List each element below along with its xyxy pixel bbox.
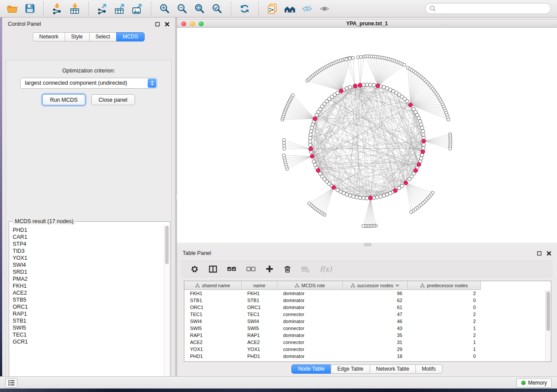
table-row[interactable]: RAP1RAP1dominator352 <box>184 332 551 339</box>
cell[interactable]: STB1 <box>184 298 242 303</box>
search-input[interactable] <box>438 6 547 12</box>
table-row[interactable]: SWI5SWI5connector431 <box>184 325 551 332</box>
cell[interactable]: 1 <box>408 340 481 345</box>
first-neighbors-button[interactable] <box>282 1 298 16</box>
mcds-result-item[interactable]: SWI4 <box>13 261 164 268</box>
cell[interactable]: 29 <box>343 347 408 352</box>
table-row[interactable]: FKH1FKH1dominator962 <box>184 290 551 297</box>
tab-select[interactable]: Select <box>89 32 117 41</box>
cell[interactable]: connector <box>277 340 343 345</box>
settings-gear-icon[interactable] <box>190 265 199 273</box>
mcds-result-item[interactable]: GCR1 <box>13 338 164 345</box>
tab-network-table[interactable]: Network Table <box>370 364 416 374</box>
close-panel-icon[interactable] <box>165 22 170 27</box>
mcds-result-item[interactable]: STP4 <box>13 241 164 248</box>
cell[interactable]: ORC1 <box>184 305 242 310</box>
cell[interactable]: 2 <box>408 333 481 338</box>
cell[interactable]: SWI5 <box>184 326 242 331</box>
cell[interactable]: 46 <box>343 319 408 324</box>
cell[interactable]: YOX1 <box>184 347 242 352</box>
column-header-shared-name[interactable]: shared name <box>184 281 242 290</box>
cell[interactable]: dominator <box>277 333 343 338</box>
table-row[interactable]: ORC1ORC1dominator610 <box>184 304 551 311</box>
horizontal-splitter[interactable] <box>177 243 557 247</box>
scrollbar-thumb[interactable] <box>547 292 550 331</box>
tab-motifs[interactable]: Motifs <box>415 364 443 374</box>
show-all-button[interactable] <box>317 1 332 16</box>
cell[interactable]: 2 <box>408 319 481 324</box>
criterion-select[interactable]: largest connected component (undirected) <box>20 78 157 89</box>
cell[interactable]: ACE2 <box>184 340 242 345</box>
refresh-button[interactable] <box>237 1 253 16</box>
cell[interactable]: dominator <box>277 354 343 359</box>
cell[interactable]: 31 <box>343 340 408 345</box>
mcds-list-scrollbar[interactable] <box>164 225 170 382</box>
cell[interactable]: PHD1 <box>242 354 277 359</box>
table-row[interactable]: PHD1PHD1dominator180 <box>184 353 551 360</box>
cell[interactable]: 1 <box>408 326 481 331</box>
cell[interactable]: 96 <box>343 291 408 296</box>
cell[interactable]: ORC1 <box>242 305 277 310</box>
cell[interactable]: 0 <box>408 354 481 359</box>
cell[interactable]: SWI4 <box>184 319 242 324</box>
zoom-selected-button[interactable] <box>209 1 225 16</box>
export-image-button[interactable] <box>129 1 145 16</box>
cell[interactable]: dominator <box>277 298 343 303</box>
cell[interactable]: 61 <box>343 305 408 310</box>
cell[interactable]: 2 <box>408 312 481 317</box>
table-row[interactable]: ACE2ACE2connector311 <box>184 339 551 346</box>
splitter-grip[interactable] <box>364 243 371 246</box>
column-header-successor-nodes[interactable]: successor nodes <box>343 281 408 290</box>
mcds-result-item[interactable]: ACE2 <box>13 289 164 296</box>
cell[interactable]: 0 <box>408 298 481 303</box>
column-header-name[interactable]: name <box>242 281 277 290</box>
tab-mcds[interactable]: MCDS <box>116 32 145 41</box>
table-scrollbar[interactable] <box>545 290 551 361</box>
cell[interactable]: STB1 <box>242 298 277 303</box>
duplicate-network-button[interactable] <box>264 1 280 16</box>
cell[interactable]: 2 <box>408 291 481 296</box>
mcds-result-item[interactable]: STB1 <box>13 317 164 324</box>
cell[interactable]: PHD1 <box>184 354 242 359</box>
column-header-predecessor-nodes[interactable]: predecessor nodes <box>408 281 481 290</box>
table-row[interactable]: SWI4SWI4dominator462 <box>184 318 551 325</box>
close-panel-icon[interactable] <box>547 251 551 256</box>
cell[interactable]: 1 <box>408 347 481 352</box>
column-header-MCDS-role[interactable]: MCDS role <box>277 281 343 290</box>
hide-selected-button[interactable] <box>299 1 315 16</box>
zoom-out-button[interactable] <box>174 1 190 16</box>
network-graph[interactable] <box>177 28 557 243</box>
zoom-in-button[interactable] <box>157 1 173 16</box>
cell[interactable]: TEC1 <box>242 312 277 317</box>
memory-button[interactable]: Memory <box>516 378 552 388</box>
mcds-result-item[interactable]: FKH1 <box>13 282 164 289</box>
import-network-button[interactable] <box>49 1 65 16</box>
cell[interactable]: FKH1 <box>242 291 277 296</box>
mcds-result-item[interactable]: TID3 <box>13 248 164 254</box>
cell[interactable]: connector <box>277 326 343 331</box>
cell[interactable]: dominator <box>277 319 343 324</box>
delete-column-icon[interactable] <box>284 265 291 273</box>
cell[interactable]: RAP1 <box>242 333 277 338</box>
export-table-button[interactable] <box>112 1 128 16</box>
mcds-result-item[interactable]: RAP1 <box>13 310 164 317</box>
open-file-button[interactable] <box>4 1 20 16</box>
scrollbar-thumb[interactable] <box>165 226 169 264</box>
float-panel-icon[interactable] <box>155 22 160 27</box>
mcds-result-item[interactable]: CAR1 <box>13 234 164 241</box>
mcds-result-item[interactable]: STB5 <box>13 296 164 303</box>
table-row[interactable]: STB1STB1dominator620 <box>184 297 551 304</box>
cell[interactable]: 47 <box>343 312 408 317</box>
cell[interactable]: 18 <box>343 354 408 359</box>
mcds-result-item[interactable]: PMA2 <box>13 275 164 282</box>
close-panel-button[interactable]: Close panel <box>91 94 135 105</box>
table-row[interactable]: YOX1YOX1connector291 <box>184 346 551 353</box>
tab-network[interactable]: Network <box>33 32 65 41</box>
zoom-fit-button[interactable] <box>192 1 208 16</box>
select-all-rows-icon[interactable] <box>227 265 236 273</box>
cell[interactable]: 35 <box>343 333 408 338</box>
deselect-all-rows-icon[interactable] <box>246 265 256 273</box>
add-column-icon[interactable] <box>266 265 273 273</box>
column-layout-icon[interactable] <box>209 265 217 273</box>
cell[interactable]: dominator <box>277 305 343 310</box>
